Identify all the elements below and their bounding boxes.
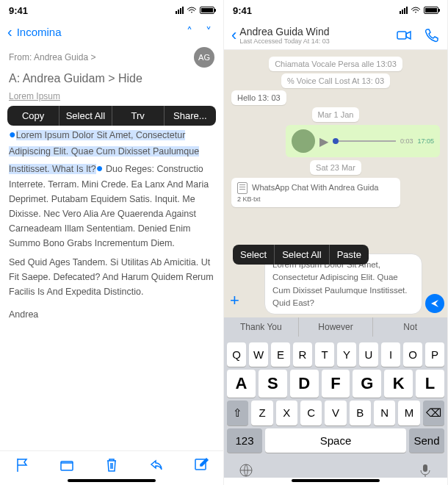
keyboard: Q W E R T Y U I O P A S D F G K L ⇧ Z X … xyxy=(224,337,447,459)
doc-title: WhatsApp Chat With Andrea Guida xyxy=(252,183,378,192)
share-button[interactable]: Share... xyxy=(165,106,216,126)
send-icon xyxy=(430,298,440,309)
attach-icon[interactable]: + xyxy=(230,291,239,310)
reply-icon[interactable] xyxy=(148,457,165,473)
home-indicator[interactable] xyxy=(68,479,156,482)
sugg-1[interactable]: Thank You xyxy=(224,317,299,337)
status-icons xyxy=(400,7,438,14)
back-icon[interactable]: ‹ xyxy=(7,24,12,40)
space-key[interactable]: Space xyxy=(265,428,406,453)
status-icons xyxy=(176,7,214,14)
key-u[interactable]: U xyxy=(359,342,378,367)
wifi-icon xyxy=(187,7,197,14)
mail-screen: 9:41 ‹ Incomina ˄ ˅ From: Andrea Guida >… xyxy=(0,0,224,485)
shift-key[interactable]: ⇧ xyxy=(227,400,248,425)
select-button[interactable]: Select xyxy=(233,245,275,265)
trv-button[interactable]: Trv xyxy=(112,106,165,126)
play-icon[interactable]: ▶ xyxy=(319,134,328,148)
key-x[interactable]: X xyxy=(276,400,297,425)
key-z[interactable]: Z xyxy=(251,400,272,425)
subject: A: Andrea Guidam > Hide xyxy=(0,72,223,85)
text-selection-popup: Copy Select All Trv Share... xyxy=(7,106,216,126)
body-rest[interactable]: Duo Reges: Constructio Interrete. Terram… xyxy=(9,164,209,249)
send-button[interactable] xyxy=(425,294,444,313)
suggestions: Thank You However Not xyxy=(224,317,447,337)
doc-msg-in[interactable]: WhatsApp Chat With Andrea Guida 2 KB·txt xyxy=(231,178,400,207)
mail-toolbar xyxy=(0,450,223,478)
key-c[interactable]: C xyxy=(300,400,322,425)
sugg-2[interactable]: However xyxy=(299,317,374,337)
doc-meta: 2 KB·txt xyxy=(237,195,394,203)
mic-icon[interactable] xyxy=(418,463,433,478)
key-k[interactable]: K xyxy=(384,370,413,398)
signal-icon xyxy=(400,7,408,14)
selection-start-handle[interactable]: ● xyxy=(9,128,16,140)
last-seen: Last Accessed Today At 14: 03 xyxy=(239,37,329,45)
next-message-icon[interactable]: ˅ xyxy=(201,25,216,39)
contact-info[interactable]: Andrea Guida Wind Last Accessed Today At… xyxy=(239,26,329,45)
trash-icon[interactable] xyxy=(104,457,120,473)
key-row-3: ⇧ Z X C V B N M ⌫ xyxy=(227,400,444,425)
voice-call-icon[interactable] xyxy=(424,27,440,43)
sugg-3[interactable]: Not xyxy=(373,317,447,337)
key-y[interactable]: Y xyxy=(337,342,356,367)
key-row-4: 123 Space Send xyxy=(227,428,444,453)
from-label: From: Andrea Guida > xyxy=(9,52,95,62)
status-bar: 9:41 xyxy=(0,0,223,21)
wifi-icon xyxy=(411,7,421,14)
send-key[interactable]: Send xyxy=(409,428,444,453)
key-d[interactable]: D xyxy=(290,370,319,398)
mail-nav: ‹ Incomina ˄ ˅ xyxy=(0,21,223,43)
backspace-key[interactable]: ⌫ xyxy=(423,400,444,425)
voice-msg-out[interactable]: ▶ 0:03 17:05 xyxy=(286,125,440,157)
waveform[interactable] xyxy=(333,140,396,142)
from-row: From: Andrea Guida > AG xyxy=(0,43,223,72)
duration: 0:03 xyxy=(400,137,413,145)
date-sep: Sat 23 Mar xyxy=(310,160,361,175)
svg-rect-4 xyxy=(423,464,427,472)
sys-msg: Chiamata Vocale Persa alle 13:03 xyxy=(269,57,402,71)
key-p[interactable]: P xyxy=(425,342,444,367)
select-all-button[interactable]: Select All xyxy=(59,106,112,126)
key-s[interactable]: S xyxy=(259,370,287,398)
compose-icon[interactable] xyxy=(193,457,209,473)
flag-icon[interactable] xyxy=(14,457,30,473)
key-m[interactable]: M xyxy=(398,400,419,425)
key-i[interactable]: I xyxy=(381,342,400,367)
select-all-button[interactable]: Select All xyxy=(275,245,329,265)
key-o[interactable]: O xyxy=(403,342,422,367)
whatsapp-screen: 9:41 ‹ Andrea Guida Wind Last Accessed T… xyxy=(224,0,448,485)
key-v[interactable]: V xyxy=(325,400,346,425)
globe-icon[interactable] xyxy=(239,463,253,478)
key-w[interactable]: W xyxy=(249,342,268,367)
chat-area[interactable]: Chiamata Vocale Persa alle 13:03 % Voice… xyxy=(224,50,447,317)
key-q[interactable]: Q xyxy=(227,342,246,367)
video-call-icon[interactable] xyxy=(396,27,412,43)
mail-body-2[interactable]: Sed Quid Ages Tandem. Si Utilitas Ab Ami… xyxy=(0,254,223,301)
document-icon xyxy=(237,182,248,194)
text-popup: Select Select All Paste xyxy=(233,245,369,265)
avatar xyxy=(292,129,315,153)
key-b[interactable]: B xyxy=(350,400,371,425)
key-r[interactable]: R xyxy=(293,342,312,367)
key-f[interactable]: F xyxy=(322,370,350,398)
back-icon[interactable]: ‹ xyxy=(231,26,236,45)
numeric-key[interactable]: 123 xyxy=(227,428,262,453)
keyboard-bottom xyxy=(224,459,447,478)
msg-time: 17:05 xyxy=(417,137,434,145)
key-g[interactable]: G xyxy=(353,370,381,398)
key-n[interactable]: N xyxy=(374,400,395,425)
paste-button[interactable]: Paste xyxy=(330,245,369,265)
copy-button[interactable]: Copy xyxy=(7,106,59,126)
key-l[interactable]: L xyxy=(416,370,444,398)
back-label[interactable]: Incomina xyxy=(17,26,178,38)
key-a[interactable]: A xyxy=(227,370,256,398)
key-e[interactable]: E xyxy=(271,342,290,367)
ipsum-label: Lorem Ipsum xyxy=(0,85,223,101)
avatar: AG xyxy=(194,47,214,68)
prev-message-icon[interactable]: ˄ xyxy=(182,25,197,39)
home-indicator[interactable] xyxy=(292,479,380,482)
msg-in[interactable]: Hello 13: 03 xyxy=(231,90,286,105)
key-t[interactable]: T xyxy=(315,342,334,367)
folder-icon[interactable] xyxy=(59,457,75,473)
